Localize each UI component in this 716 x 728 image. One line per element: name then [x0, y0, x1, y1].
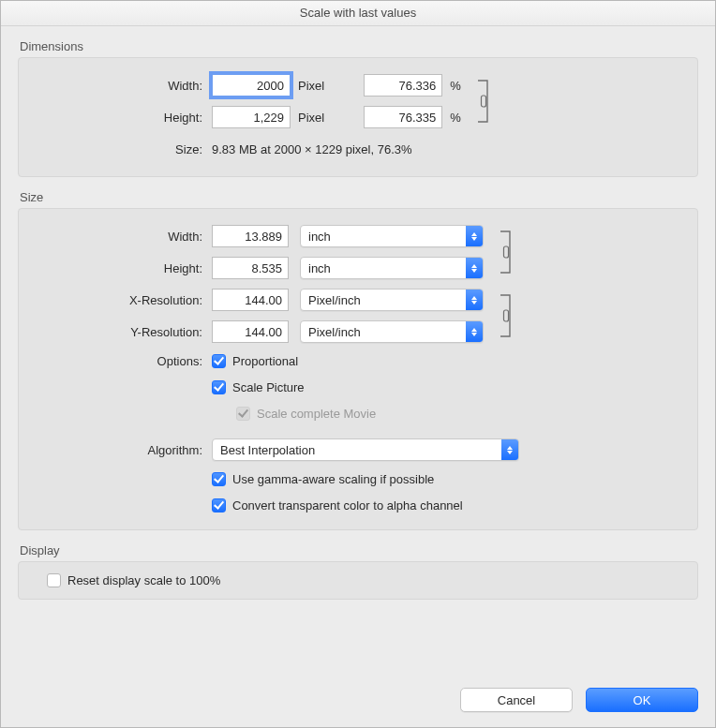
window-title: Scale with last values	[300, 6, 416, 20]
link-icon-size[interactable]	[499, 220, 519, 284]
group-display: Display Reset display scale to 100%	[18, 543, 698, 600]
unit-pct-height: %	[450, 111, 461, 125]
titlebar: Scale with last values	[1, 1, 715, 26]
label-scale-movie: Scale complete Movie	[257, 407, 376, 421]
label-alpha: Convert transparent color to alpha chann…	[232, 498, 463, 513]
select-algorithm-text: Best Interpolation	[213, 443, 501, 457]
label-algorithm: Algorithm:	[34, 443, 212, 457]
svg-rect-1	[504, 246, 509, 258]
input-height-px[interactable]	[212, 106, 291, 128]
input-width-size[interactable]	[212, 225, 289, 247]
select-yres-unit[interactable]: Pixel/inch	[300, 320, 484, 343]
input-height-pct[interactable]	[364, 106, 442, 128]
label-width-px: Width:	[34, 79, 212, 93]
label-yres: Y-Resolution:	[34, 325, 212, 339]
group-dimensions: Dimensions Width: Pixel % Height:	[18, 39, 698, 177]
stepper-arrows-icon	[466, 321, 483, 342]
checkbox-scale-picture[interactable]	[212, 380, 226, 394]
group-box-dimensions: Width: Pixel % Height: Pixel	[18, 57, 698, 177]
link-icon-dimensions[interactable]	[476, 69, 497, 133]
label-size: Size:	[34, 142, 212, 156]
stepper-arrows-icon	[501, 439, 518, 460]
stepper-arrows-icon	[466, 226, 483, 246]
ok-button-label: OK	[634, 693, 651, 707]
unit-pct-width: %	[450, 79, 461, 93]
group-label-size: Size	[18, 190, 698, 204]
select-width-unit[interactable]: inch	[300, 225, 484, 247]
cancel-button-label: Cancel	[498, 693, 535, 707]
select-height-unit[interactable]: inch	[300, 257, 484, 279]
dialog-window: Scale with last values Dimensions Width:…	[0, 0, 716, 728]
ok-button[interactable]: OK	[586, 688, 698, 712]
label-height-px: Height:	[34, 111, 212, 125]
select-width-unit-text: inch	[301, 230, 466, 244]
label-options: Options:	[34, 354, 212, 368]
label-reset-display: Reset display scale to 100%	[67, 573, 220, 587]
button-bar: Cancel OK	[1, 675, 715, 727]
group-label-dimensions: Dimensions	[18, 39, 698, 53]
group-box-display: Reset display scale to 100%	[18, 561, 698, 600]
stepper-arrows-icon	[466, 258, 483, 278]
checkbox-scale-movie	[236, 407, 250, 421]
label-xres: X-Resolution:	[34, 293, 212, 307]
input-width-px[interactable]	[212, 74, 291, 97]
select-height-unit-text: inch	[301, 261, 466, 275]
select-yres-unit-text: Pixel/inch	[301, 325, 466, 339]
group-label-display: Display	[18, 543, 698, 557]
svg-rect-2	[504, 310, 509, 321]
label-proportional: Proportional	[232, 354, 298, 368]
label-scale-picture: Scale Picture	[232, 380, 305, 394]
unit-pixel-height: Pixel	[298, 111, 324, 125]
select-xres-unit[interactable]: Pixel/inch	[300, 289, 484, 311]
input-width-pct[interactable]	[364, 74, 442, 97]
checkbox-alpha[interactable]	[212, 498, 226, 513]
label-gamma: Use gamma-aware scaling if possible	[232, 472, 434, 486]
content-area: Dimensions Width: Pixel % Height:	[1, 26, 715, 675]
label-width-size: Width:	[34, 230, 212, 244]
group-box-size: Width: inch Height: inch	[18, 208, 698, 530]
cancel-button[interactable]: Cancel	[460, 688, 573, 712]
text-size-info: 9.83 MB at 2000 × 1229 pixel, 76.3%	[212, 142, 412, 156]
unit-pixel-width: Pixel	[298, 79, 324, 93]
checkbox-proportional[interactable]	[212, 354, 226, 368]
select-xres-unit-text: Pixel/inch	[301, 293, 466, 307]
svg-rect-0	[481, 96, 485, 107]
stepper-arrows-icon	[466, 290, 483, 310]
link-icon-resolution[interactable]	[499, 284, 519, 348]
input-height-size[interactable]	[212, 257, 289, 279]
group-size: Size Width: inch Height:	[18, 190, 698, 530]
label-height-size: Height:	[34, 261, 212, 275]
input-yres[interactable]	[212, 320, 289, 343]
checkbox-gamma[interactable]	[212, 472, 226, 486]
input-xres[interactable]	[212, 289, 289, 311]
select-algorithm[interactable]: Best Interpolation	[212, 438, 519, 461]
checkbox-reset-display[interactable]	[47, 573, 61, 587]
